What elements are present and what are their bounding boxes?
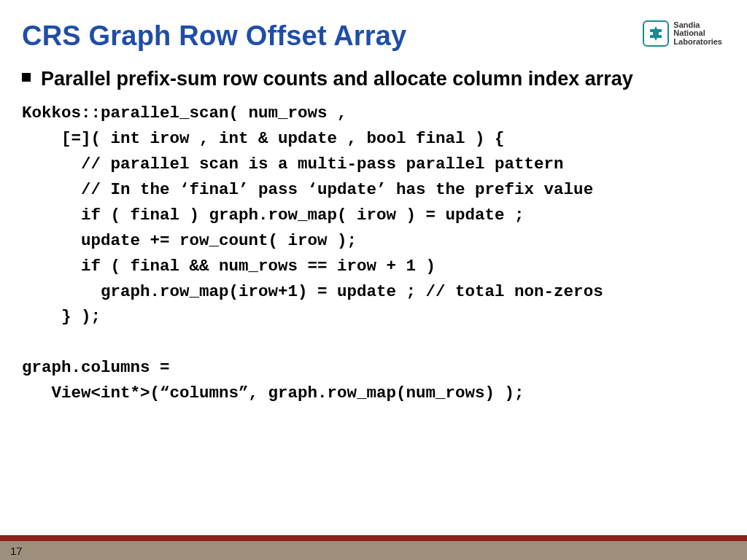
bullet-text: Parallel prefix-sum row counts and alloc… <box>41 67 633 90</box>
slide-content: Parallel prefix-sum row counts and alloc… <box>22 67 725 406</box>
presentation-slide: CRS Graph Row Offset Array Sandia Nation… <box>0 0 747 560</box>
logo-line3: Laboratories <box>673 38 722 47</box>
page-number: 17 <box>10 545 23 557</box>
footer-accent-bar <box>0 535 747 541</box>
sandia-logo: Sandia National Laboratories <box>643 20 722 47</box>
code-block: Kokkos::parallel_scan( num_rows , [=]( i… <box>22 101 725 406</box>
thunderbird-icon <box>643 20 669 47</box>
bullet-square-icon <box>22 73 31 82</box>
slide-title: CRS Graph Row Offset Array <box>22 20 406 52</box>
logo-text: Sandia National Laboratories <box>673 21 722 47</box>
footer-bar: 17 <box>0 541 747 560</box>
slide-footer: 17 <box>0 535 747 560</box>
bullet-item: Parallel prefix-sum row counts and alloc… <box>22 67 725 90</box>
